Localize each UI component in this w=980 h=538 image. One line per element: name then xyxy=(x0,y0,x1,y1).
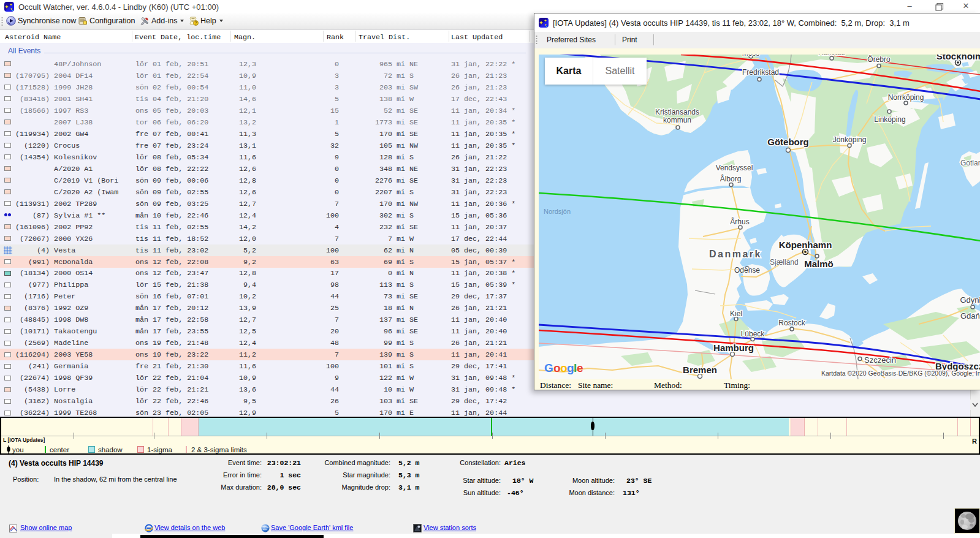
svg-text:Göteborg: Göteborg xyxy=(767,137,809,147)
svg-text:e: e xyxy=(577,362,583,374)
svg-text:Kartdata ©2020 GeoBasis-DE/BKG: Kartdata ©2020 GeoBasis-DE/BKG (©2009), … xyxy=(821,369,980,377)
svg-text:Kristiansands: Kristiansands xyxy=(655,108,699,116)
svg-text:Lübeck: Lübeck xyxy=(741,330,765,338)
svg-text:Malmö: Malmö xyxy=(804,259,834,269)
svg-text:Fredrikstad: Fredrikstad xyxy=(742,68,779,77)
svg-text:kommun: kommun xyxy=(663,116,691,124)
svg-text:Ålborg: Ålborg xyxy=(720,174,742,183)
svg-text:o: o xyxy=(553,362,561,374)
svg-text:Gdynia: Gdynia xyxy=(960,295,980,305)
svg-text:o: o xyxy=(560,362,568,374)
svg-text:Nordsjön: Nordsjön xyxy=(544,208,571,215)
svg-text:Örebro: Örebro xyxy=(867,55,891,64)
svg-text:Sjælland: Sjælland xyxy=(770,258,799,267)
svg-text:Kiel: Kiel xyxy=(730,309,742,318)
svg-text:Rostock: Rostock xyxy=(778,319,805,327)
svg-text:Gotland: Gotland xyxy=(960,159,980,167)
svg-text:Stockholm: Stockholm xyxy=(936,55,980,61)
svg-text:Linköping: Linköping xyxy=(874,115,905,124)
svg-text:Köpenhamn: Köpenhamn xyxy=(779,240,832,250)
svg-text:Bremen: Bremen xyxy=(683,365,717,375)
svg-text:?: ? xyxy=(194,20,197,26)
svg-text:Århus: Århus xyxy=(730,217,749,226)
svg-text:Jönköping: Jönköping xyxy=(833,135,867,144)
svg-text:Norrköping: Norrköping xyxy=(888,93,924,102)
svg-text:Vendsyssel: Vendsyssel xyxy=(716,164,753,172)
svg-text:Gdańsk: Gdańsk xyxy=(960,311,980,320)
svg-text:Odense: Odense xyxy=(734,266,760,275)
svg-text:Hamburg: Hamburg xyxy=(713,343,754,353)
svg-text:Karlstad: Karlstad xyxy=(818,55,845,57)
svg-text:Danmark: Danmark xyxy=(709,249,762,259)
svg-text:Szczecin: Szczecin xyxy=(864,355,896,365)
svg-text:g: g xyxy=(567,362,574,374)
svg-text:G: G xyxy=(544,362,553,374)
svg-text:Moss: Moss xyxy=(742,55,760,58)
